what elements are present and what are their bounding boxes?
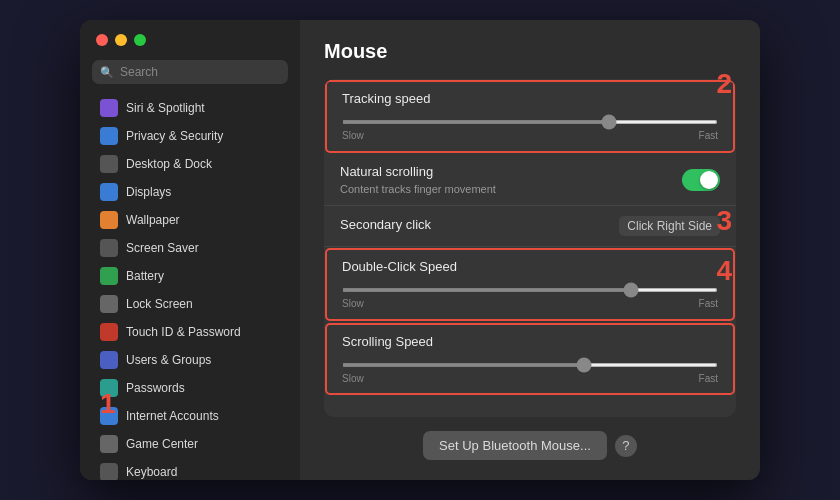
sidebar-item-passwords[interactable]: Passwords [86, 374, 294, 402]
double-click-speed-labels: Slow Fast [342, 298, 718, 309]
sidebar-label-users-groups: Users & Groups [126, 353, 211, 367]
close-button[interactable] [96, 34, 108, 46]
sidebar-items-list: Siri & SpotlightPrivacy & SecurityDeskto… [80, 94, 300, 480]
sidebar-item-screen-saver[interactable]: Screen Saver [86, 234, 294, 262]
sidebar-item-keyboard[interactable]: Keyboard [86, 458, 294, 480]
search-icon: 🔍 [100, 66, 114, 79]
natural-scrolling-info: Natural scrolling Content tracks finger … [340, 164, 496, 195]
sidebar-label-desktop-dock: Desktop & Dock [126, 157, 212, 171]
annotation-1: 1 [100, 388, 116, 420]
sidebar-label-wallpaper: Wallpaper [126, 213, 180, 227]
scrolling-speed-row: Scrolling Speed Slow Fast [326, 324, 734, 394]
bluetooth-mouse-button[interactable]: Set Up Bluetooth Mouse... [423, 431, 607, 460]
sidebar-label-displays: Displays [126, 185, 171, 199]
desktop-dock-icon [100, 155, 118, 173]
settings-panel: Tracking speed Slow Fast Natural scrolli… [324, 79, 736, 417]
displays-icon [100, 183, 118, 201]
touch-id-icon [100, 323, 118, 341]
tracking-speed-label: Tracking speed [342, 91, 718, 106]
sidebar-item-lock-screen[interactable]: Lock Screen [86, 290, 294, 318]
natural-scrolling-label: Natural scrolling [340, 164, 496, 179]
scrolling-speed-labels: Slow Fast [342, 373, 718, 384]
tracking-speed-slider-wrapper: Slow Fast [342, 110, 718, 141]
double-click-fast-label: Fast [699, 298, 718, 309]
sidebar-label-siri-spotlight: Siri & Spotlight [126, 101, 205, 115]
screen-saver-icon [100, 239, 118, 257]
sidebar-item-displays[interactable]: Displays [86, 178, 294, 206]
annotation-3: 3 [716, 205, 732, 237]
bottom-actions: Set Up Bluetooth Mouse... ? [324, 417, 736, 460]
siri-spotlight-icon [100, 99, 118, 117]
tracking-speed-slider[interactable] [342, 120, 718, 124]
double-click-speed-row: Double-Click Speed Slow Fast [326, 249, 734, 320]
traffic-lights [80, 20, 300, 56]
page-title: Mouse [324, 40, 736, 63]
sidebar-item-battery[interactable]: Battery [86, 262, 294, 290]
main-window: 🔍 Search Siri & SpotlightPrivacy & Secur… [80, 20, 760, 480]
minimize-button[interactable] [115, 34, 127, 46]
sidebar-item-desktop-dock[interactable]: Desktop & Dock [86, 150, 294, 178]
tracking-speed-row: Tracking speed Slow Fast [326, 81, 734, 152]
search-input[interactable]: Search [120, 65, 158, 79]
double-click-slow-label: Slow [342, 298, 364, 309]
scrolling-speed-label: Scrolling Speed [342, 334, 718, 349]
sidebar-item-internet-accounts[interactable]: Internet Accounts [86, 402, 294, 430]
battery-icon [100, 267, 118, 285]
wallpaper-icon [100, 211, 118, 229]
tracking-speed-labels: Slow Fast [342, 130, 718, 141]
tracking-fast-label: Fast [699, 130, 718, 141]
main-content: Mouse Tracking speed Slow Fast [300, 20, 760, 480]
sidebar-label-lock-screen: Lock Screen [126, 297, 193, 311]
sidebar-label-passwords: Passwords [126, 381, 185, 395]
sidebar-label-privacy-security: Privacy & Security [126, 129, 223, 143]
sidebar-label-game-center: Game Center [126, 437, 198, 451]
sidebar-label-touch-id: Touch ID & Password [126, 325, 241, 339]
secondary-click-select[interactable]: Click Right Side [619, 216, 720, 236]
sidebar-item-siri-spotlight[interactable]: Siri & Spotlight [86, 94, 294, 122]
scrolling-slow-label: Slow [342, 373, 364, 384]
natural-scrolling-toggle[interactable] [682, 169, 720, 191]
secondary-click-label: Secondary click [340, 217, 431, 232]
double-click-speed-slider[interactable] [342, 288, 718, 292]
sidebar-label-battery: Battery [126, 269, 164, 283]
scrolling-speed-slider-wrapper: Slow Fast [342, 353, 718, 384]
sidebar-item-touch-id[interactable]: Touch ID & Password [86, 318, 294, 346]
sidebar-label-screen-saver: Screen Saver [126, 241, 199, 255]
scrolling-fast-label: Fast [699, 373, 718, 384]
help-button[interactable]: ? [615, 435, 637, 457]
sidebar-item-wallpaper[interactable]: Wallpaper [86, 206, 294, 234]
keyboard-icon [100, 463, 118, 480]
natural-scrolling-row: Natural scrolling Content tracks finger … [324, 154, 736, 206]
sidebar-label-internet-accounts: Internet Accounts [126, 409, 219, 423]
fullscreen-button[interactable] [134, 34, 146, 46]
tracking-slow-label: Slow [342, 130, 364, 141]
users-groups-icon [100, 351, 118, 369]
secondary-click-row: Secondary click Click Right Side [324, 206, 736, 247]
privacy-security-icon [100, 127, 118, 145]
sidebar-item-users-groups[interactable]: Users & Groups [86, 346, 294, 374]
lock-screen-icon [100, 295, 118, 313]
sidebar-item-privacy-security[interactable]: Privacy & Security [86, 122, 294, 150]
search-bar[interactable]: 🔍 Search [92, 60, 288, 84]
sidebar-label-keyboard: Keyboard [126, 465, 177, 479]
game-center-icon [100, 435, 118, 453]
sidebar-item-game-center[interactable]: Game Center [86, 430, 294, 458]
natural-scrolling-sublabel: Content tracks finger movement [340, 183, 496, 195]
double-click-speed-slider-wrapper: Slow Fast [342, 278, 718, 309]
double-click-speed-label: Double-Click Speed [342, 259, 718, 274]
scrolling-speed-slider[interactable] [342, 363, 718, 367]
